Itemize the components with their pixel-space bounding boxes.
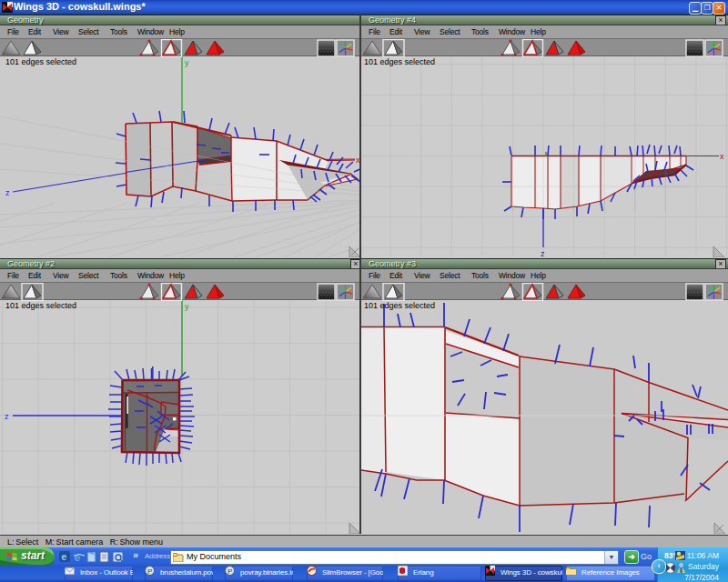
svg-text:z: z xyxy=(541,249,545,257)
svg-text:e: e xyxy=(61,551,66,562)
svg-text:z: z xyxy=(5,188,10,197)
svg-text:e: e xyxy=(75,551,81,564)
svg-text:z: z xyxy=(5,412,9,421)
svg-text:P: P xyxy=(228,567,232,576)
svg-text:x: x xyxy=(720,152,724,161)
svg-text:P: P xyxy=(147,567,152,576)
svg-text:y: y xyxy=(185,302,189,311)
svg-text:y: y xyxy=(185,58,189,67)
